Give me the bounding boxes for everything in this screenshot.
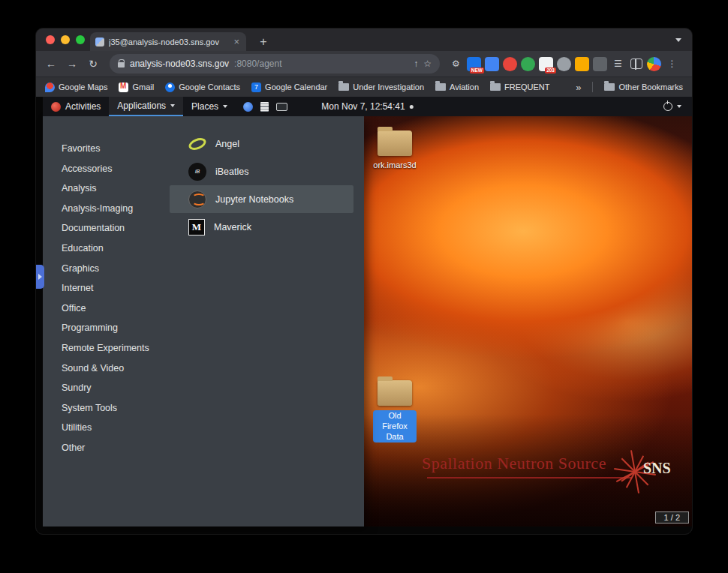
- folder-icon: [338, 83, 349, 91]
- bookmark-label: Gmail: [132, 82, 154, 92]
- category-office[interactable]: Office: [62, 298, 149, 319]
- bookmark-folder-frequent[interactable]: FREQUENT: [490, 82, 550, 92]
- browser-tab[interactable]: j35@analysis-node03.sns.gov ×: [90, 32, 246, 51]
- ibeatles-icon: iB: [188, 163, 206, 181]
- tab-search-chevron-icon[interactable]: [675, 38, 681, 42]
- dark-extension-icon[interactable]: [593, 57, 607, 71]
- red-extension-icon[interactable]: [503, 57, 517, 71]
- desktop-folder-imars3d[interactable]: ork.imars3d: [363, 130, 426, 171]
- bookmark-label: Google Calendar: [265, 82, 327, 92]
- split-view-icon[interactable]: [630, 58, 642, 69]
- wallpaper-underline: [427, 477, 631, 478]
- calendar-icon: [251, 82, 261, 92]
- folder-icon: [378, 130, 412, 156]
- zoom-window-button[interactable]: [76, 35, 85, 44]
- url-path: :8080/agent: [234, 58, 281, 69]
- category-documentation[interactable]: Documentation: [62, 218, 149, 238]
- browser-menu-icon[interactable]: ⋮: [665, 57, 679, 71]
- bookmark-google-maps[interactable]: Google Maps: [45, 82, 107, 92]
- category-favorites[interactable]: Favorites: [62, 139, 149, 159]
- app-item-maverick[interactable]: M Maverick: [170, 213, 353, 241]
- app-item-angel[interactable]: Angel: [170, 130, 353, 158]
- address-bar[interactable]: analysis-node03.sns.gov :8080/agent ↑ ☆: [110, 54, 440, 74]
- bookmark-gmail[interactable]: Gmail: [119, 82, 154, 92]
- jupyter-icon: [188, 190, 206, 208]
- category-analysis-imaging[interactable]: Analysis-Imaging: [62, 199, 149, 219]
- bookmarks-bar: Google Maps Gmail Google Contacts Google…: [36, 76, 692, 97]
- docs-extension-icon[interactable]: [485, 57, 499, 71]
- category-utilities[interactable]: Utilities: [62, 418, 149, 438]
- counter-extension-icon[interactable]: 203: [539, 57, 553, 71]
- applications-menu-button[interactable]: Applications: [109, 97, 183, 116]
- category-system-tools[interactable]: System Tools: [62, 398, 149, 418]
- category-graphics[interactable]: Graphics: [62, 259, 149, 279]
- app-label: Jupyter Notebooks: [215, 194, 293, 205]
- app-item-ibeatles[interactable]: iB iBeatles: [170, 158, 353, 185]
- applications-menu-panel: Favorites Accessories Analysis Analysis-…: [43, 116, 364, 526]
- gray-extension-icon[interactable]: [557, 57, 571, 71]
- reading-list-icon[interactable]: ☰: [611, 57, 625, 71]
- extensions-area: ⚙ NEW 203 ☰ ⋮: [449, 57, 679, 71]
- bookmark-folder-aviation[interactable]: Aviation: [435, 82, 479, 92]
- bookmarks-separator: [592, 82, 593, 92]
- desktop-folder-old-firefox-data[interactable]: Old Firefox Data: [363, 380, 426, 442]
- rss-extension-icon[interactable]: [575, 57, 589, 71]
- bookmark-google-calendar[interactable]: Google Calendar: [251, 82, 327, 92]
- mail-extension-icon[interactable]: NEW: [467, 57, 481, 71]
- other-bookmarks-button[interactable]: Other Bookmarks: [604, 82, 683, 92]
- bookmarks-overflow-icon[interactable]: »: [576, 82, 581, 93]
- bookmark-google-contacts[interactable]: Google Contacts: [165, 82, 240, 92]
- bookmark-label: FREQUENT: [504, 82, 550, 92]
- category-education[interactable]: Education: [62, 238, 149, 259]
- tray-app-blue-icon[interactable]: [243, 102, 253, 112]
- count-badge: 203: [545, 68, 556, 74]
- tray-display-icon[interactable]: [276, 103, 287, 111]
- minimize-window-button[interactable]: [61, 35, 70, 44]
- folder-icon: [604, 83, 615, 91]
- vnc-control-handle[interactable]: [36, 265, 44, 289]
- places-menu-button[interactable]: Places: [183, 97, 236, 116]
- notification-dot: [410, 105, 414, 109]
- folder-icon: [435, 83, 446, 91]
- bookmark-label: Under Investigation: [353, 82, 424, 92]
- tab-close-icon[interactable]: ×: [232, 37, 241, 46]
- traffic-lights: [46, 35, 85, 44]
- bookmark-star-icon[interactable]: ☆: [423, 58, 432, 69]
- tray-notes-icon[interactable]: [260, 102, 269, 112]
- clock-button[interactable]: Mon Nov 7, 12:54:41: [321, 97, 413, 116]
- bookmark-folder-under-investigation[interactable]: Under Investigation: [338, 82, 424, 92]
- power-icon: [663, 102, 672, 111]
- bookmark-label: Aviation: [450, 82, 479, 92]
- green-extension-icon[interactable]: [521, 57, 535, 71]
- folder-icon: [378, 380, 412, 406]
- settings-gear-icon[interactable]: ⚙: [449, 57, 463, 71]
- category-programming[interactable]: Programming: [62, 318, 149, 338]
- activities-button[interactable]: Activities: [43, 97, 109, 116]
- lock-icon[interactable]: [118, 62, 125, 68]
- category-sundry[interactable]: Sundry: [62, 378, 149, 398]
- angel-icon: [188, 135, 206, 153]
- url-host: analysis-node03.sns.gov: [130, 58, 229, 69]
- category-sound-video[interactable]: Sound & Video: [62, 358, 149, 379]
- workspace-pager[interactable]: 1 / 2: [655, 512, 689, 524]
- app-item-jupyter-notebooks[interactable]: Jupyter Notebooks: [170, 185, 353, 213]
- menu-category-list: Favorites Accessories Analysis Analysis-…: [62, 139, 149, 458]
- category-analysis[interactable]: Analysis: [62, 178, 149, 199]
- back-button[interactable]: ←: [42, 55, 60, 73]
- reload-button[interactable]: ↻: [84, 55, 102, 73]
- forward-button[interactable]: →: [63, 55, 81, 73]
- close-window-button[interactable]: [46, 35, 55, 44]
- profile-avatar[interactable]: [647, 57, 661, 71]
- new-tab-button[interactable]: +: [255, 34, 272, 50]
- category-other[interactable]: Other: [62, 438, 149, 458]
- applications-label: Applications: [117, 100, 166, 111]
- category-accessories[interactable]: Accessories: [62, 159, 149, 179]
- maverick-icon: M: [188, 219, 205, 236]
- category-remote-experiments[interactable]: Remote Experiments: [62, 338, 149, 358]
- contacts-icon: [165, 82, 175, 92]
- remote-desktop: Activities Applications Places Mon Nov 7…: [36, 97, 692, 534]
- share-icon[interactable]: ↑: [414, 58, 418, 69]
- folder-label: Old Firefox Data: [373, 410, 417, 442]
- category-internet[interactable]: Internet: [62, 278, 149, 298]
- system-status-menu[interactable]: [659, 97, 686, 116]
